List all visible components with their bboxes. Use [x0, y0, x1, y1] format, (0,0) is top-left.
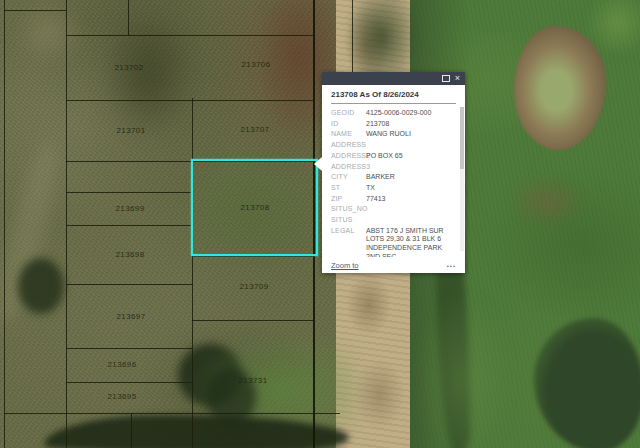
field-row: ADDRESS2PO BOX 65: [331, 152, 456, 161]
parcel-label: 213731: [238, 376, 267, 385]
parcel-label: 213707: [240, 125, 269, 134]
field-value: [366, 141, 456, 150]
field-value: ABST 176 J SMITH SUR LOTS 29,30 & 31 BLK…: [366, 227, 456, 257]
more-options-button[interactable]: •••: [447, 263, 456, 269]
tree-clump: [18, 258, 64, 314]
parcel-line: [66, 225, 192, 226]
parcel-label: 213699: [115, 204, 144, 213]
parcel-line: [4, 413, 340, 414]
popup-title: 213708 As Of 8/26/2024: [331, 85, 456, 104]
popup-field-list: GEOID4125-0006-0029-000ID213708NAMEWANG …: [331, 109, 456, 257]
parcel-label: 213709: [239, 282, 268, 291]
field-label: ADDRESS2: [331, 152, 366, 161]
field-row: ADDRESS: [331, 141, 456, 150]
parcel-label: 213702: [114, 63, 143, 72]
popup-content: GEOID4125-0006-0029-000ID213708NAMEWANG …: [322, 104, 465, 257]
field-label: SITUS: [331, 216, 366, 225]
field-value: 4125-0006-0029-000: [366, 109, 456, 118]
tree-clump: [178, 344, 242, 406]
field-row: ID213708: [331, 120, 456, 129]
field-label: GEOID: [331, 109, 366, 118]
field-value: PO BOX 65: [366, 152, 456, 161]
parcel-label: 213698: [115, 250, 144, 259]
field-value: BARKER: [366, 173, 456, 182]
popup-footer: Zoom to •••: [322, 258, 465, 273]
parcel-line: [4, 10, 66, 11]
field-label: CITY: [331, 173, 366, 182]
grass-patch: [192, 332, 357, 448]
trees-bottom-band: [44, 415, 349, 448]
parcel-line: [66, 382, 192, 383]
parcel-label: 213701: [116, 126, 145, 135]
field-value: [366, 205, 456, 214]
parcel-line: [66, 0, 67, 448]
map-tint: [100, 15, 195, 140]
field-row: ADDRESS3: [331, 163, 456, 172]
field-value: TX: [366, 184, 456, 193]
dock-icon[interactable]: [442, 75, 450, 82]
field-label: ID: [331, 120, 366, 129]
field-row: SITUS_NO: [331, 205, 456, 214]
field-row: GEOID4125-0006-0029-000: [331, 109, 456, 118]
parcel-label: 213697: [116, 312, 145, 321]
popup-scrollbar[interactable]: [460, 107, 464, 251]
field-value: [366, 216, 456, 225]
selected-parcel-highlight[interactable]: [191, 159, 318, 256]
parcel-info-popup: × 213708 As Of 8/26/2024 GEOID4125-0006-…: [322, 72, 465, 273]
field-row: NAMEWANG RUOLI: [331, 130, 456, 139]
field-label: ADDRESS3: [331, 163, 366, 172]
popup-scrollbar-thumb[interactable]: [460, 107, 464, 169]
parcel-line: [66, 284, 192, 285]
popup-callout-tail: [314, 157, 322, 171]
parcel-line: [192, 320, 313, 321]
map-canvas[interactable]: 2137022137012136992136982136972136962136…: [0, 0, 640, 448]
parcel-label: 213696: [107, 360, 136, 369]
parcel-line: [66, 100, 313, 101]
field-value: [366, 163, 456, 172]
field-row: SITUS: [331, 216, 456, 225]
parcel-line: [4, 0, 5, 448]
parcel-line: [66, 192, 192, 193]
field-row: STTX: [331, 184, 456, 193]
parcel-line: [192, 98, 193, 448]
field-row: LEGALABST 176 J SMITH SUR LOTS 29,30 & 3…: [331, 227, 456, 257]
parcel-line: [128, 0, 129, 35]
field-label: ADDRESS: [331, 141, 366, 150]
field-row: ZIP77413: [331, 195, 456, 204]
field-label: ST: [331, 184, 366, 193]
map-trail: [0, 139, 66, 326]
field-label: ZIP: [331, 195, 366, 204]
field-label: NAME: [331, 130, 366, 139]
parcel-label: 213695: [107, 392, 136, 401]
parcel-label: 213706: [241, 60, 270, 69]
field-value: 213708: [366, 120, 456, 129]
field-row: CITYBARKER: [331, 173, 456, 182]
popup-titlebar: ×: [322, 72, 465, 85]
parcel-line: [66, 35, 313, 36]
close-icon[interactable]: ×: [455, 74, 460, 83]
field-value: 77413: [366, 195, 456, 204]
zoom-to-link[interactable]: Zoom to: [331, 261, 359, 270]
field-value: WANG RUOLI: [366, 130, 456, 139]
parcel-line: [131, 413, 132, 448]
parcel-line: [192, 256, 313, 257]
field-label: LEGAL: [331, 227, 366, 257]
field-label: SITUS_NO: [331, 205, 366, 214]
parcel-line: [66, 348, 192, 349]
